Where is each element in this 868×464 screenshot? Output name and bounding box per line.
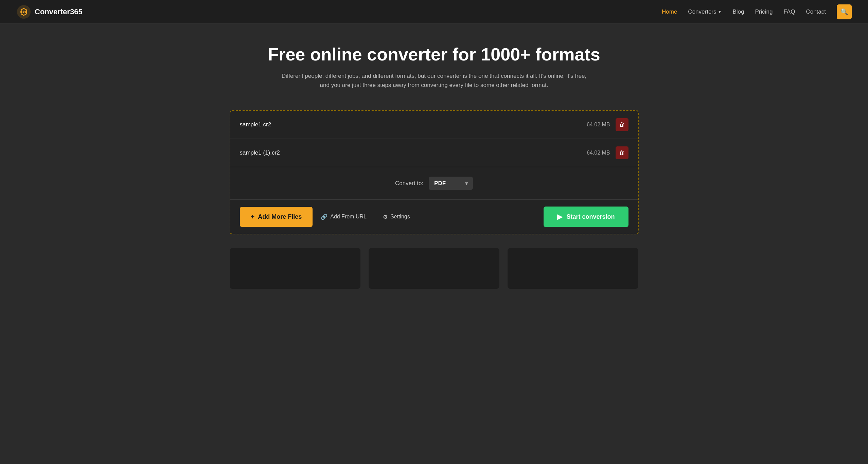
nav-home[interactable]: Home <box>662 8 677 15</box>
add-url-button[interactable]: 🔗 Add From URL <box>313 208 375 226</box>
link-icon: 🔗 <box>321 214 327 220</box>
plus-icon: + <box>251 213 255 221</box>
svg-point-0 <box>17 5 31 19</box>
start-conversion-button[interactable]: ▶ Start conversion <box>544 207 628 227</box>
start-label: Start conversion <box>566 213 615 220</box>
delete-file-1-button[interactable]: 🗑 <box>616 118 628 131</box>
bottom-card-2 <box>369 248 499 289</box>
gear-icon: ⚙ <box>383 214 388 220</box>
format-select-wrapper: PDF JPG PNG TIFF BMP WEBP ▼ <box>429 177 473 190</box>
hero-section: Free online converter for 1000+ formats … <box>0 24 868 103</box>
settings-label: Settings <box>390 214 410 220</box>
convert-to-label: Convert to: <box>395 180 423 187</box>
navbar: Converter365 Home Converters ▼ Blog Pric… <box>0 0 868 24</box>
file-name-1: sample1.cr2 <box>240 121 271 128</box>
add-files-label: Add More Files <box>258 213 302 220</box>
search-button[interactable]: 🔍 <box>837 4 852 19</box>
format-select[interactable]: PDF JPG PNG TIFF BMP WEBP <box>429 177 473 190</box>
file-size-2: 64.02 MB <box>587 150 610 156</box>
nav-converters[interactable]: Converters ▼ <box>688 8 722 15</box>
trash-icon: 🗑 <box>619 150 625 156</box>
file-row: sample1.cr2 64.02 MB 🗑 <box>230 111 638 139</box>
bottom-card-1 <box>230 248 360 289</box>
add-files-button[interactable]: + Add More Files <box>240 207 313 227</box>
trash-icon: 🗑 <box>619 122 625 128</box>
file-name-2: sample1 (1).cr2 <box>240 149 280 156</box>
file-right-1: 64.02 MB 🗑 <box>587 118 628 131</box>
logo-icon <box>16 4 31 19</box>
converter-container: sample1.cr2 64.02 MB 🗑 sample1 (1).cr2 6… <box>213 110 655 234</box>
brand-logo[interactable]: Converter365 <box>16 4 83 19</box>
action-row: + Add More Files 🔗 Add From URL ⚙ Settin… <box>230 200 638 234</box>
nav-faq[interactable]: FAQ <box>783 8 795 15</box>
add-url-label: Add From URL <box>330 214 367 220</box>
file-right-2: 64.02 MB 🗑 <box>587 146 628 159</box>
convert-to-row: Convert to: PDF JPG PNG TIFF BMP WEBP ▼ <box>230 167 638 200</box>
nav-blog[interactable]: Blog <box>732 8 744 15</box>
delete-file-2-button[interactable]: 🗑 <box>616 146 628 159</box>
bottom-cards <box>213 248 655 289</box>
converters-chevron-icon: ▼ <box>718 10 722 14</box>
hero-title: Free online converter for 1000+ formats <box>16 44 852 65</box>
search-icon: 🔍 <box>840 8 848 16</box>
converter-box: sample1.cr2 64.02 MB 🗑 sample1 (1).cr2 6… <box>230 110 639 234</box>
settings-button[interactable]: ⚙ Settings <box>375 208 418 226</box>
nav-pricing[interactable]: Pricing <box>755 8 773 15</box>
bottom-card-3 <box>508 248 638 289</box>
nav-contact[interactable]: Contact <box>806 8 826 15</box>
file-size-1: 64.02 MB <box>587 122 610 128</box>
play-icon: ▶ <box>557 213 562 221</box>
brand-name-text: Converter365 <box>35 7 83 16</box>
nav-links: Home Converters ▼ Blog Pricing FAQ Conta… <box>662 4 852 19</box>
hero-subtitle: Different people, different jobs, and di… <box>281 71 587 90</box>
file-row: sample1 (1).cr2 64.02 MB 🗑 <box>230 139 638 167</box>
